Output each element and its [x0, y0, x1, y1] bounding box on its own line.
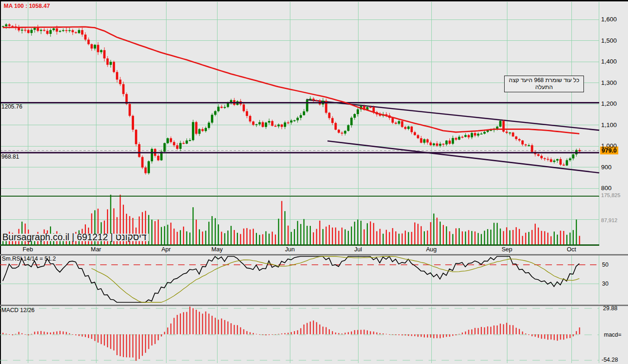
- volume-axis-label: 175,825: [601, 192, 621, 199]
- gridlines: [0, 2, 599, 363]
- month-label-aug: Aug: [426, 246, 436, 253]
- candlesticks: [2, 23, 581, 175]
- price-axis-label: 1,400: [601, 58, 617, 65]
- price-axis-label: 1,600: [601, 16, 617, 23]
- rsi-30-label: 30: [602, 281, 609, 287]
- macd-min-label: -54.28: [602, 357, 618, 364]
- rsi-label: Sm.RSI 14/14 = 51.2: [2, 255, 56, 262]
- annotation-box: כל עוד שומרת 968 היעד קצה התעלה: [504, 76, 584, 92]
- macd-label: MACD 12/26: [1, 307, 35, 314]
- price-axis-label: 1,200: [601, 100, 617, 107]
- chart-canvas: [0, 0, 628, 364]
- macd-value-label: macd=: [604, 332, 622, 338]
- ma100-value-label: MA 100 : 1058.47: [4, 3, 50, 10]
- macd-panel: [0, 307, 599, 361]
- month-label-mar: Mar: [91, 246, 101, 253]
- rsi-signal-line: [91, 256, 579, 302]
- support-level-label: 968.81: [1, 153, 19, 160]
- price-levels: [0, 102, 599, 153]
- month-label-sep: Sep: [501, 246, 512, 253]
- price-axis-label: 1,500: [601, 37, 617, 44]
- bursagraph-chart-window: MA 100 : 1058.47 1205.76 968.81 כל עוד ש…: [0, 0, 628, 364]
- rsi-panel: [0, 256, 599, 302]
- rsi-50-label: 50: [602, 262, 609, 268]
- month-label-jun: Jun: [285, 246, 295, 253]
- month-label-jul: Jul: [354, 246, 362, 253]
- price-axis-label: 1,300: [601, 79, 617, 86]
- watermark: Bursagraph.co.il | 691212 | דיסקונט: [1, 234, 149, 241]
- channel-lower-line: [327, 141, 599, 173]
- month-label-may: May: [211, 246, 223, 253]
- annotation-line1: כל עוד שומרת 968 היעד קצה: [507, 77, 581, 84]
- month-label-oct: Oct: [567, 246, 576, 253]
- month-label-feb: Feb: [23, 246, 33, 253]
- resistance-level-label: 1205.76: [1, 103, 22, 110]
- price-axis-label: 800: [601, 185, 612, 192]
- volume-axis-label: 87,912: [601, 217, 617, 224]
- annotation-line2: התעלה: [507, 84, 581, 91]
- month-label-apr: Apr: [161, 246, 171, 253]
- panel-separators: [0, 0, 628, 364]
- price-axis-label: 1,000: [601, 142, 617, 149]
- price-axis-label: 1,100: [601, 121, 617, 128]
- macd-max-label: 29.88: [603, 305, 617, 312]
- price-axis-label: 900: [601, 164, 612, 171]
